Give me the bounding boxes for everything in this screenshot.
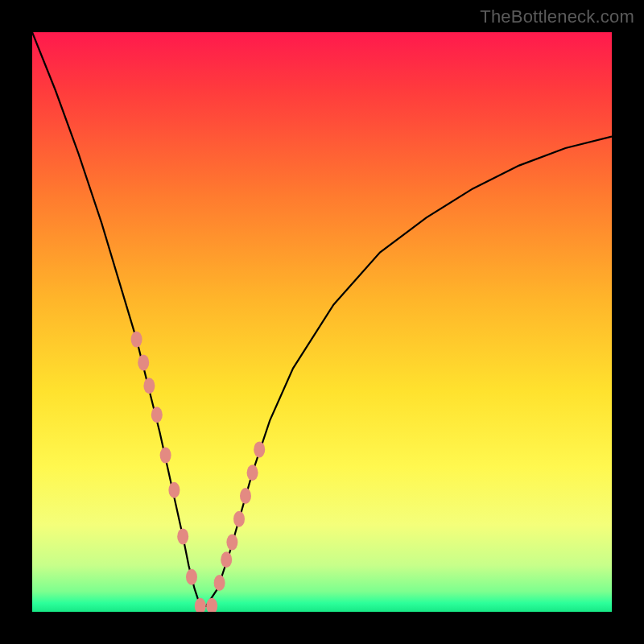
highlight-dot xyxy=(168,482,180,498)
highlight-dot xyxy=(131,332,142,348)
highlight-dot xyxy=(186,569,197,585)
highlight-dot xyxy=(195,598,206,612)
highlight-dot xyxy=(177,528,188,544)
highlight-dot xyxy=(240,488,251,504)
highlight-dot xyxy=(206,598,217,612)
highlight-dot xyxy=(254,441,265,457)
highlight-dot xyxy=(214,575,225,591)
highlight-dot xyxy=(143,378,155,394)
highlight-dots xyxy=(131,332,266,612)
plot-area xyxy=(32,32,612,612)
bottleneck-curve xyxy=(32,32,612,606)
watermark-text: TheBottleneck.com xyxy=(480,6,634,27)
chart-stage: TheBottleneck.com xyxy=(0,0,644,644)
highlight-dot xyxy=(138,354,149,370)
highlight-dot xyxy=(151,407,163,423)
highlight-dot xyxy=(247,464,258,481)
highlight-dot xyxy=(160,448,171,464)
highlight-dot xyxy=(233,511,245,527)
highlight-dot xyxy=(226,535,237,551)
highlight-dot xyxy=(221,551,232,568)
curve-layer xyxy=(32,32,612,612)
